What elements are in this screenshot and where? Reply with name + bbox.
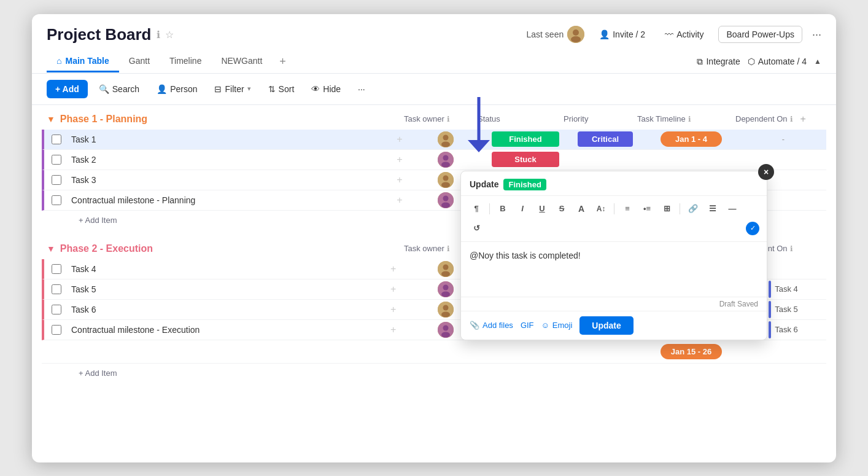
exec3-name: Task 6	[69, 300, 390, 319]
exec1-add-icon[interactable]: +	[390, 263, 396, 274]
fmt-strikethrough[interactable]: S	[554, 201, 570, 217]
task2-checkbox[interactable]	[52, 155, 61, 165]
exec4-checkbox[interactable]	[52, 325, 61, 335]
exec3-add-icon[interactable]: +	[390, 304, 396, 314]
fmt-align[interactable]: ☰	[705, 201, 721, 217]
task1-timeline: Jan 1 - 4	[661, 131, 722, 147]
col-priority-1: Priority	[564, 114, 637, 123]
svg-point-25	[443, 325, 449, 330]
integrate-button[interactable]: ⧉ Integrate	[697, 57, 740, 67]
add-tab-button[interactable]: +	[272, 50, 293, 73]
more-toolbar-button[interactable]: ···	[352, 80, 371, 98]
update-submit-button[interactable]: Update	[579, 316, 633, 335]
svg-point-11	[441, 182, 450, 187]
collapse-button[interactable]: ▲	[814, 57, 821, 66]
col-dependent-1: Dependent On ℹ +	[735, 114, 821, 125]
board-powerups-button[interactable]: Board Power-Ups	[718, 26, 802, 43]
tab-newgantt[interactable]: NEWGantt	[211, 51, 272, 72]
exec3-checkbox[interactable]	[52, 305, 61, 314]
fmt-confirm[interactable]: ✓	[746, 222, 759, 235]
task1-dependent: -	[740, 135, 826, 144]
popup-close-button[interactable]: ×	[758, 164, 774, 180]
paperclip-icon: 📎	[470, 321, 479, 330]
svg-point-13	[443, 195, 449, 201]
emoji-button[interactable]: ☺ Emoji	[541, 321, 573, 330]
tab-main-table[interactable]: ⌂ Main Table	[47, 51, 119, 72]
task3-add-icon[interactable]: +	[397, 174, 402, 185]
task1-status[interactable]: Finished	[492, 131, 559, 147]
tab-timeline[interactable]: Timeline	[160, 51, 211, 72]
add-files-button[interactable]: 📎 Add files	[470, 321, 513, 330]
fmt-paragraph[interactable]: ¶	[468, 201, 484, 217]
filter-icon: ⊟	[214, 84, 222, 94]
fmt-bold[interactable]: B	[495, 201, 511, 217]
draft-saved-label: Draft Saved	[461, 297, 767, 311]
formatting-toolbar: ¶ B I U S A A↕ ≡ •≡ ⊞ 🔗 ☰ — ↺ ✓	[461, 196, 767, 242]
task3-checkbox[interactable]	[52, 175, 61, 185]
svg-marker-28	[468, 140, 490, 152]
exec2-checkbox[interactable]	[52, 284, 61, 294]
exec1-checkbox[interactable]	[52, 264, 61, 274]
fmt-undo[interactable]: ↺	[468, 220, 484, 236]
fmt-table[interactable]: ⊞	[659, 201, 675, 217]
filter-button[interactable]: ⊟ Filter ▾	[208, 80, 257, 98]
svg-point-2	[571, 36, 581, 42]
project-title: Project Board	[47, 25, 152, 44]
exec4-add-icon[interactable]: +	[390, 324, 396, 335]
task2-add-icon[interactable]: +	[397, 154, 402, 165]
fmt-sep-3	[680, 203, 680, 214]
person-button[interactable]: 👤 Person	[150, 80, 203, 98]
fmt-italic[interactable]: I	[514, 201, 530, 217]
task4-checkbox[interactable]	[52, 195, 61, 205]
svg-point-5	[441, 141, 450, 147]
update-popup: × Update Finished ¶ B I U S A A↕ ≡ •≡ ⊞ …	[460, 171, 767, 340]
exec1-avatar	[438, 261, 454, 277]
fmt-size[interactable]: A↕	[593, 201, 609, 217]
phase1-toggle[interactable]: ▼	[47, 114, 55, 124]
fmt-sep-2	[614, 203, 614, 214]
last-seen: Last seen	[527, 26, 585, 43]
activity-button[interactable]: 〰 Activity	[660, 27, 708, 42]
fmt-underline[interactable]: U	[534, 201, 550, 217]
gif-button[interactable]: GIF	[521, 321, 534, 330]
task4-name: Contractual milestone - Planning	[69, 190, 390, 210]
exec2-avatar	[438, 281, 454, 297]
tab-gantt[interactable]: Gantt	[119, 51, 160, 72]
fmt-hr[interactable]: —	[724, 201, 740, 217]
phase2-add-item[interactable]: + Add Item	[42, 364, 826, 378]
task1-add-icon[interactable]: +	[397, 134, 402, 145]
svg-point-26	[441, 332, 450, 337]
exec2-add-icon[interactable]: +	[390, 284, 396, 294]
sort-button[interactable]: ⇅ Sort	[262, 80, 301, 98]
hide-button[interactable]: 👁 Hide	[305, 80, 347, 98]
task-row-1[interactable]: Task 1 + Finished Critical Jan 1 - 4	[42, 130, 826, 150]
dep-bar-3	[769, 301, 771, 318]
svg-point-4	[443, 135, 449, 140]
task4-add-icon[interactable]: +	[397, 195, 402, 206]
task2-name: Task 2	[69, 150, 390, 170]
svg-point-20	[441, 291, 450, 297]
add-button[interactable]: + Add	[47, 80, 88, 98]
fmt-color[interactable]: A	[573, 201, 589, 217]
star-icon[interactable]: ☆	[165, 29, 174, 41]
emoji-icon: ☺	[541, 321, 549, 330]
search-icon: 🔍	[99, 84, 109, 94]
more-options-button[interactable]: ···	[812, 28, 821, 41]
phase2-toggle[interactable]: ▼	[47, 244, 55, 254]
search-button[interactable]: 🔍 Search	[93, 80, 145, 98]
invite-button[interactable]: 👤 Invite / 2	[594, 27, 650, 42]
fmt-unordered-list[interactable]: •≡	[639, 201, 655, 217]
automate-button[interactable]: ⬡ Automate / 4	[748, 57, 807, 66]
fmt-link[interactable]: 🔗	[685, 201, 701, 217]
task1-checkbox[interactable]	[52, 135, 61, 144]
sort-icon: ⇅	[268, 84, 276, 94]
info-icon[interactable]: ℹ	[157, 29, 160, 41]
col-task-owner-1: Task owner ℹ	[404, 114, 478, 123]
fmt-ordered-list[interactable]: ≡	[619, 201, 635, 217]
task1-avatar	[438, 131, 454, 147]
task2-status[interactable]: Stuck	[492, 152, 559, 167]
svg-point-19	[443, 284, 449, 290]
task4-avatar	[438, 192, 454, 208]
tab-bar: ⌂ Main Table Gantt Timeline NEWGantt +	[47, 50, 293, 73]
phase1-header: ▼ Phase 1 - Planning Task owner ℹ Status…	[32, 105, 836, 130]
